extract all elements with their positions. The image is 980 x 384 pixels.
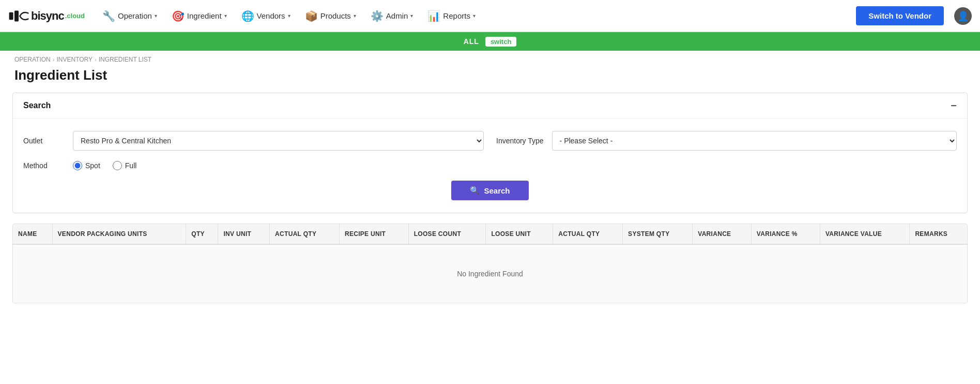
switch-label[interactable]: switch	[485, 37, 516, 47]
table-header-row: NAME VENDOR PACKAGING UNITS QTY INV UNIT…	[13, 224, 967, 244]
navbar: bisync .cloud 🔧 Operation ▾ 🎯 Ingredient…	[0, 0, 980, 32]
nav-item-reports[interactable]: 📊 Reports ▾	[421, 7, 482, 25]
green-bar: ALL switch	[0, 32, 980, 51]
outlet-label: Outlet	[23, 137, 65, 145]
switch-to-vendor-button[interactable]: Switch to Vendor	[856, 6, 944, 25]
col-system-qty: SYSTEM QTY	[623, 224, 693, 244]
nav-label-admin: Admin	[386, 11, 408, 20]
table-body: No Ingredient Found	[13, 244, 967, 303]
collapse-button[interactable]: −	[951, 100, 957, 111]
nav-label-products: Products	[320, 11, 351, 20]
breadcrumb-sep-2: ›	[95, 56, 97, 63]
avatar-icon: 👤	[957, 10, 969, 22]
nav-item-products[interactable]: 📦 Products ▾	[299, 7, 362, 25]
radio-full[interactable]: Full	[113, 161, 137, 170]
search-icon: 🔍	[470, 186, 480, 195]
chevron-down-icon: ▾	[288, 13, 290, 19]
avatar[interactable]: 👤	[954, 7, 972, 25]
method-options: Spot Full	[73, 161, 136, 170]
nav-item-admin[interactable]: ⚙️ Admin ▾	[364, 7, 420, 25]
col-variance-pct: VARIANCE %	[751, 224, 820, 244]
col-actual-qty-2: ACTUAL QTY	[553, 224, 623, 244]
no-data-message: No Ingredient Found	[13, 244, 967, 303]
form-row-1: Outlet Resto Pro & Central Kitchen Inven…	[23, 131, 957, 151]
breadcrumb-operation[interactable]: OPERATION	[14, 56, 51, 63]
search-button-label: Search	[484, 186, 510, 195]
logo-text: bisync	[31, 9, 64, 23]
logo-icon	[8, 9, 29, 23]
svg-rect-0	[9, 12, 13, 19]
col-recipe-unit: RECIPE UNIT	[339, 224, 408, 244]
col-qty: QTY	[186, 224, 218, 244]
form-row-2: Method Spot Full	[23, 161, 957, 170]
search-button[interactable]: 🔍 Search	[451, 181, 528, 200]
col-remarks: REMARKS	[910, 224, 967, 244]
all-label: ALL	[464, 37, 479, 46]
breadcrumb-sep-1: ›	[53, 56, 55, 63]
col-variance-value: VARIANCE VALUE	[820, 224, 910, 244]
search-btn-row: 🔍 Search	[23, 181, 957, 200]
chevron-down-icon: ▾	[410, 13, 413, 19]
nav-item-operation[interactable]: 🔧 Operation ▾	[96, 7, 163, 25]
nav-label-operation: Operation	[118, 11, 152, 20]
no-data-row: No Ingredient Found	[13, 244, 967, 303]
col-loose-count: LOOSE COUNT	[408, 224, 486, 244]
radio-spot-label: Spot	[85, 161, 100, 170]
chevron-down-icon: ▾	[473, 13, 476, 19]
ingredient-table: NAME VENDOR PACKAGING UNITS QTY INV UNIT…	[13, 224, 967, 303]
chevron-down-icon: ▾	[224, 13, 227, 19]
nav-item-vendors[interactable]: 🌐 Vendors ▾	[235, 7, 297, 25]
nav-label-vendors: Vendors	[257, 11, 285, 20]
breadcrumb: OPERATION › INVENTORY › INGREDIENT LIST	[0, 51, 980, 65]
inventory-type-label: Inventory Type	[496, 137, 544, 145]
inventory-type-group: Inventory Type - Please Select -	[496, 131, 957, 151]
radio-full-label: Full	[125, 161, 137, 170]
nav-item-ingredient[interactable]: 🎯 Ingredient ▾	[165, 7, 233, 25]
method-label: Method	[23, 161, 65, 170]
breadcrumb-inventory[interactable]: INVENTORY	[56, 56, 93, 63]
chevron-down-icon: ▾	[155, 13, 157, 19]
col-variance: VARIANCE	[693, 224, 752, 244]
svg-rect-1	[14, 10, 19, 21]
col-name: NAME	[13, 224, 52, 244]
search-panel-header: Search −	[13, 93, 967, 119]
vendors-icon: 🌐	[241, 10, 254, 22]
breadcrumb-ingredient-list: INGREDIENT LIST	[99, 56, 151, 63]
reports-icon: 📊	[427, 10, 440, 22]
operation-icon: 🔧	[102, 10, 115, 22]
method-group: Method Spot Full	[23, 161, 957, 170]
logo-cloud: .cloud	[65, 12, 85, 20]
page-title: Ingredient List	[0, 65, 980, 93]
table-header: NAME VENDOR PACKAGING UNITS QTY INV UNIT…	[13, 224, 967, 244]
products-icon: 📦	[305, 10, 318, 22]
table-wrapper: NAME VENDOR PACKAGING UNITS QTY INV UNIT…	[12, 224, 968, 303]
col-actual-qty-1: ACTUAL QTY	[270, 224, 340, 244]
ingredient-icon: 🎯	[172, 10, 185, 22]
inventory-type-select[interactable]: - Please Select -	[552, 131, 957, 151]
col-inv-unit: INV UNIT	[218, 224, 270, 244]
col-vendor-packaging-units: VENDOR PACKAGING UNITS	[52, 224, 186, 244]
radio-spot[interactable]: Spot	[73, 161, 100, 170]
outlet-select[interactable]: Resto Pro & Central Kitchen	[73, 131, 484, 151]
logo[interactable]: bisync .cloud	[8, 9, 85, 23]
search-panel-body: Outlet Resto Pro & Central Kitchen Inven…	[13, 119, 967, 213]
nav-label-reports: Reports	[443, 11, 470, 20]
chevron-down-icon: ▾	[354, 13, 356, 19]
radio-full-input[interactable]	[113, 161, 122, 170]
nav-label-ingredient: Ingredient	[187, 11, 222, 20]
admin-icon: ⚙️	[371, 10, 384, 22]
radio-spot-input[interactable]	[73, 161, 82, 170]
outlet-group: Outlet Resto Pro & Central Kitchen	[23, 131, 484, 151]
search-panel: Search − Outlet Resto Pro & Central Kitc…	[12, 93, 968, 213]
search-panel-title: Search	[23, 101, 51, 110]
col-loose-unit: LOOSE UNIT	[486, 224, 553, 244]
